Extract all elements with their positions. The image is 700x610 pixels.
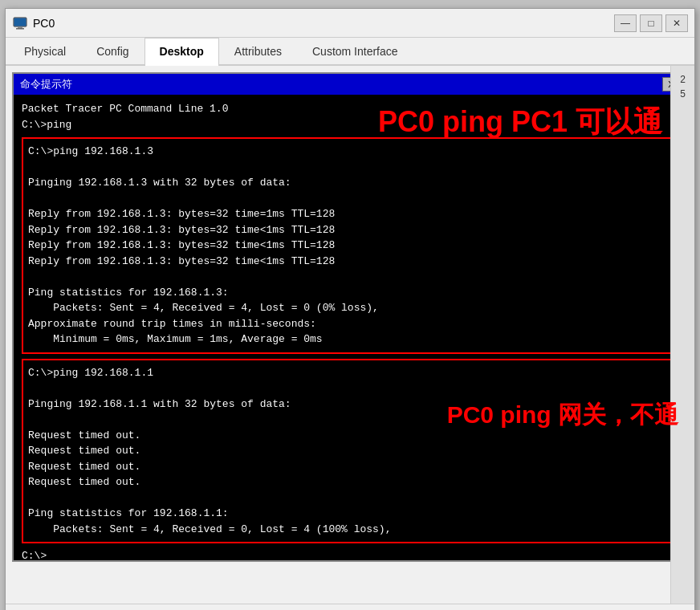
title-bar: PC0 — □ ✕ [6, 9, 694, 38]
ping1-pinging: Pinging 192.168.1.3 with 32 bytes of dat… [28, 175, 672, 191]
cmd-line-init2: C:\>ping [22, 117, 678, 133]
ping1-reply2: Reply from 192.168.1.3: bytes=32 time<1m… [28, 222, 672, 238]
ping1-blank3 [28, 269, 672, 285]
ping2-stats: Ping statistics for 192.168.1.1: [28, 506, 672, 522]
ping1-box: C:\>ping 192.168.1.3 Pinging 192.168.1.3… [22, 137, 678, 354]
cmd-body[interactable]: Packet Tracer PC Command Line 1.0 C:\>pi… [14, 95, 686, 559]
svg-rect-1 [18, 26, 22, 28]
ping2-blank2 [28, 412, 672, 428]
window-title: PC0 [33, 17, 55, 30]
ping1-blank2 [28, 191, 672, 207]
cmd-title-text: 命令提示符 [20, 77, 72, 92]
ping2-blank1 [28, 380, 672, 396]
cmd-line-init1: Packet Tracer PC Command Line 1.0 [22, 101, 678, 117]
ping2-timeout4: Request timed out. [28, 474, 672, 490]
main-window: PC0 — □ ✕ Physical Config Desktop Attrib… [5, 8, 695, 610]
ping2-blank3 [28, 490, 672, 506]
ping2-timeout2: Request timed out. [28, 443, 672, 459]
ping2-packets: Packets: Sent = 4, Received = 0, Lost = … [28, 522, 672, 538]
svg-rect-2 [16, 28, 24, 30]
ping1-packets: Packets: Sent = 4, Received = 4, Lost = … [28, 300, 672, 316]
tab-config[interactable]: Config [81, 38, 144, 64]
ping1-reply1: Reply from 192.168.1.3: bytes=32 time=1m… [28, 206, 672, 222]
svg-rect-3 [14, 18, 26, 26]
tab-bar: Physical Config Desktop Attributes Custo… [6, 38, 694, 66]
title-left: PC0 [12, 15, 55, 31]
tab-physical[interactable]: Physical [9, 38, 81, 64]
ping1-blank1 [28, 160, 672, 176]
ping2-box: C:\>ping 192.168.1.1 Pinging 192.168.1.1… [22, 359, 678, 544]
cmd-prompt-final: C:\> [22, 548, 678, 559]
title-buttons: — □ ✕ [614, 14, 688, 32]
sidebar-num-1: 2 [680, 74, 686, 85]
sidebar-right: 2 5 [670, 66, 694, 604]
tab-custom-interface[interactable]: Custom Interface [297, 38, 413, 64]
cmd-window: 命令提示符 X PC0 ping PC1 可以通 Packet Tracer P… [12, 72, 688, 562]
sidebar-num-2: 5 [680, 88, 686, 100]
ping1-approx: Approximate round trip times in milli-se… [28, 316, 672, 332]
ping1-command: C:\>ping 192.168.1.3 [28, 144, 672, 160]
cmd-title-bar: 命令提示符 X [14, 74, 686, 95]
pc-icon [12, 15, 28, 31]
ping2-pinging: Pinging 192.168.1.1 with 32 bytes of dat… [28, 396, 672, 413]
minimize-button[interactable]: — [614, 14, 637, 32]
ping2-timeout1: Request timed out. [28, 428, 672, 444]
close-button[interactable]: ✕ [665, 14, 688, 32]
ping1-reply3: Reply from 192.168.1.3: bytes=32 time<1m… [28, 238, 672, 254]
ping1-minmax: Minimum = 0ms, Maximum = 1ms, Average = … [28, 331, 672, 348]
ping2-timeout3: Request timed out. [28, 459, 672, 475]
ping1-reply4: Reply from 192.168.1.3: bytes=32 time<1m… [28, 254, 672, 270]
content-area: 命令提示符 X PC0 ping PC1 可以通 Packet Tracer P… [6, 66, 694, 604]
maximize-button[interactable]: □ [640, 14, 662, 32]
ping2-command: C:\>ping 192.168.1.1 [28, 365, 672, 381]
tab-desktop[interactable]: Desktop [144, 38, 219, 66]
tab-attributes[interactable]: Attributes [219, 38, 297, 64]
bottom-bar: Top [6, 604, 694, 610]
ping1-stats: Ping statistics for 192.168.1.3: [28, 285, 672, 301]
